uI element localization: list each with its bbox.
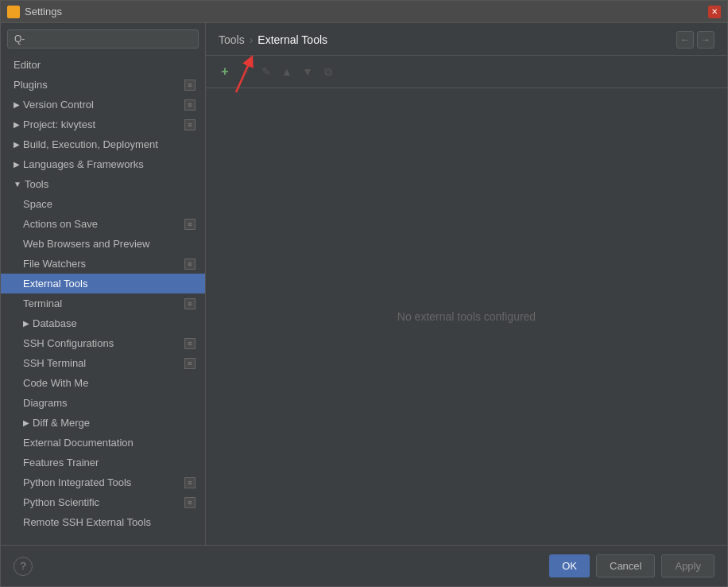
- chevron-right-icon: ▶: [14, 120, 20, 129]
- sidebar-item-label: Languages & Frameworks: [23, 158, 196, 170]
- sidebar-item-version-control[interactable]: ▶ Version Control ≡: [1, 95, 205, 115]
- sidebar-item-python-integrated-tools[interactable]: Python Integrated Tools ≡: [1, 472, 205, 492]
- minus-icon: −: [242, 65, 249, 78]
- up-icon: ▲: [281, 65, 292, 78]
- sidebar-item-python-scientific[interactable]: Python Scientific ≡: [1, 492, 205, 512]
- sidebar-item-label: Diff & Merge: [33, 417, 196, 429]
- sidebar-item-label: SSH Terminal: [23, 357, 184, 369]
- settings-icon: ≡: [184, 298, 196, 309]
- settings-icon: ≡: [184, 477, 196, 488]
- sidebar-item-external-tools[interactable]: External Tools: [1, 274, 205, 294]
- sidebar-item-label: Actions on Save: [23, 218, 184, 230]
- sidebar-item-label: Tools: [25, 178, 196, 190]
- sidebar-item-project[interactable]: ▶ Project: kivytest ≡: [1, 115, 205, 134]
- settings-window: Settings ✕ Editor Plugins ≡ ▶ V: [0, 0, 728, 587]
- sidebar-item-label: Version Control: [23, 99, 184, 111]
- sidebar-item-label: Python Integrated Tools: [23, 476, 184, 488]
- copy-icon: ⧉: [324, 65, 332, 79]
- sidebar-item-editor[interactable]: Editor: [1, 55, 205, 75]
- right-panel: Tools › External Tools ← → + −: [206, 23, 727, 545]
- sidebar-item-actions-on-save[interactable]: Actions on Save ≡: [1, 214, 205, 234]
- settings-icon: ≡: [184, 497, 196, 508]
- sidebar-item-build[interactable]: ▶ Build, Execution, Deployment: [1, 134, 205, 154]
- sidebar-item-diagrams[interactable]: Diagrams: [1, 393, 205, 413]
- sidebar-item-languages[interactable]: ▶ Languages & Frameworks: [1, 154, 205, 174]
- close-button[interactable]: ✕: [708, 6, 721, 18]
- sidebar-item-ssh-terminal[interactable]: SSH Terminal ≡: [1, 353, 205, 373]
- breadcrumb-current: External Tools: [258, 33, 327, 46]
- sidebar-item-tools[interactable]: ▼ Tools: [1, 174, 205, 194]
- apply-button[interactable]: Apply: [661, 554, 714, 577]
- sidebar-item-label: Diagrams: [23, 397, 196, 409]
- settings-icon: ≡: [184, 119, 196, 130]
- sidebar-item-plugins[interactable]: Plugins ≡: [1, 75, 205, 95]
- chevron-right-icon: ▶: [14, 140, 20, 149]
- sidebar-item-file-watchers[interactable]: File Watchers ≡: [1, 254, 205, 274]
- sidebar-item-label: Terminal: [23, 297, 184, 309]
- sidebar-item-diff-merge[interactable]: ▶ Diff & Merge: [1, 413, 205, 433]
- sidebar-item-features-trainer[interactable]: Features Trainer: [1, 453, 205, 472]
- sidebar-item-label: Plugins: [14, 79, 184, 91]
- breadcrumb-separator: ›: [250, 33, 254, 46]
- breadcrumb: Tools › External Tools: [219, 33, 327, 46]
- sidebar-item-label: Python Scientific: [23, 496, 184, 508]
- chevron-right-icon: ▶: [14, 160, 20, 169]
- titlebar-left: Settings: [7, 6, 62, 18]
- app-icon: [7, 6, 20, 18]
- remove-tool-button[interactable]: −: [236, 62, 255, 81]
- window-title: Settings: [25, 6, 62, 17]
- sidebar-item-label: Database: [33, 317, 196, 329]
- cancel-button[interactable]: Cancel: [596, 554, 655, 577]
- nav-arrows: ← →: [676, 31, 714, 49]
- sidebar-item-database[interactable]: ▶ Database: [1, 313, 205, 333]
- down-icon: ▼: [302, 65, 313, 78]
- nav-forward-button[interactable]: →: [697, 31, 714, 49]
- sidebar-item-label: File Watchers: [23, 258, 184, 270]
- plus-icon: +: [221, 64, 228, 79]
- bottom-bar: ? OK Cancel Apply: [1, 545, 727, 586]
- move-down-button[interactable]: ▼: [298, 62, 317, 81]
- edit-icon: ✎: [261, 65, 271, 78]
- settings-icon: ≡: [184, 259, 196, 270]
- chevron-down-icon: ▼: [14, 180, 21, 189]
- sidebar-item-remote-ssh-external-tools[interactable]: Remote SSH External Tools: [1, 512, 205, 532]
- sidebar-item-label: Code With Me: [23, 377, 196, 389]
- sidebar-item-label: Project: kivytest: [23, 119, 184, 130]
- content-area: No external tools configured: [206, 88, 727, 545]
- chevron-right-icon: ▶: [14, 100, 20, 109]
- sidebar-item-label: Space: [23, 198, 196, 210]
- breadcrumb-parent: Tools: [219, 33, 245, 46]
- toolbar-container: + − ✎ ▲ ▼ ⧉: [206, 56, 727, 88]
- settings-icon: ≡: [184, 99, 196, 111]
- sidebar-item-code-with-me[interactable]: Code With Me: [1, 373, 205, 393]
- sidebar-item-terminal[interactable]: Terminal ≡: [1, 294, 205, 313]
- sidebar: Editor Plugins ≡ ▶ Version Control ≡ ▶ P…: [1, 23, 206, 545]
- action-buttons: OK Cancel Apply: [549, 554, 714, 577]
- sidebar-item-label: External Tools: [23, 278, 196, 290]
- search-input[interactable]: [7, 29, 199, 49]
- chevron-right-icon: ▶: [23, 418, 29, 427]
- help-button[interactable]: ?: [14, 557, 33, 576]
- chevron-right-icon: ▶: [23, 319, 29, 328]
- sidebar-item-label: SSH Configurations: [23, 337, 184, 349]
- move-up-button[interactable]: ▲: [277, 62, 296, 81]
- edit-tool-button[interactable]: ✎: [257, 62, 276, 81]
- sidebar-item-label: Editor: [14, 59, 196, 71]
- sidebar-item-label: Remote SSH External Tools: [23, 516, 196, 528]
- settings-icon: ≡: [184, 219, 196, 230]
- sidebar-item-web-browsers[interactable]: Web Browsers and Preview: [1, 234, 205, 254]
- settings-icon: ≡: [184, 338, 196, 349]
- sidebar-item-ssh-configurations[interactable]: SSH Configurations ≡: [1, 333, 205, 353]
- copy-tool-button[interactable]: ⧉: [319, 62, 338, 81]
- main-content: Editor Plugins ≡ ▶ Version Control ≡ ▶ P…: [1, 23, 727, 545]
- titlebar: Settings ✕: [1, 1, 727, 23]
- sidebar-item-label: External Documentation: [23, 437, 196, 449]
- nav-back-button[interactable]: ←: [676, 31, 694, 49]
- add-tool-button[interactable]: +: [215, 62, 234, 81]
- sidebar-list: Editor Plugins ≡ ▶ Version Control ≡ ▶ P…: [1, 55, 205, 545]
- sidebar-item-external-documentation[interactable]: External Documentation: [1, 433, 205, 453]
- ok-button[interactable]: OK: [549, 554, 590, 577]
- toolbar: + − ✎ ▲ ▼ ⧉: [206, 56, 727, 88]
- sidebar-item-space[interactable]: Space: [1, 194, 205, 214]
- settings-icon: ≡: [184, 80, 196, 91]
